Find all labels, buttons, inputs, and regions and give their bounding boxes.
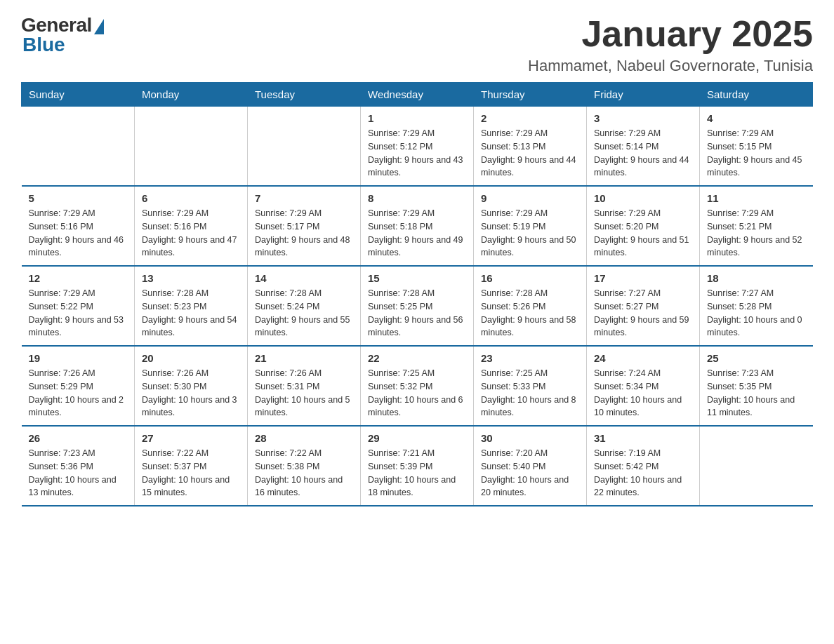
day-number: 24 [594,352,692,364]
day-number: 30 [481,432,579,444]
day-info: Sunrise: 7:29 AM Sunset: 5:18 PM Dayligh… [368,207,466,260]
calendar-cell: 20Sunrise: 7:26 AM Sunset: 5:30 PM Dayli… [135,346,248,426]
day-number: 26 [29,432,128,444]
day-info: Sunrise: 7:28 AM Sunset: 5:24 PM Dayligh… [255,287,353,340]
calendar-cell: 15Sunrise: 7:28 AM Sunset: 5:25 PM Dayli… [361,266,474,346]
calendar-header-thursday: Thursday [474,83,587,107]
day-number: 5 [29,192,128,204]
calendar-header-wednesday: Wednesday [361,83,474,107]
day-number: 8 [368,192,466,204]
logo-blue-text: Blue [21,34,65,56]
day-number: 11 [707,192,806,204]
day-number: 23 [481,352,579,364]
day-info: Sunrise: 7:26 AM Sunset: 5:30 PM Dayligh… [142,367,240,420]
day-number: 22 [368,352,466,364]
day-info: Sunrise: 7:22 AM Sunset: 5:38 PM Dayligh… [255,447,353,499]
day-info: Sunrise: 7:27 AM Sunset: 5:28 PM Dayligh… [707,287,806,340]
calendar-cell [135,107,248,187]
day-info: Sunrise: 7:22 AM Sunset: 5:37 PM Dayligh… [142,447,240,499]
day-number: 4 [707,112,806,124]
calendar-cell: 25Sunrise: 7:23 AM Sunset: 5:35 PM Dayli… [700,346,813,426]
day-number: 1 [368,112,466,124]
day-info: Sunrise: 7:25 AM Sunset: 5:32 PM Dayligh… [368,367,466,420]
calendar-cell: 4Sunrise: 7:29 AM Sunset: 5:15 PM Daylig… [700,107,813,187]
day-info: Sunrise: 7:29 AM Sunset: 5:13 PM Dayligh… [481,127,579,180]
calendar-cell: 29Sunrise: 7:21 AM Sunset: 5:39 PM Dayli… [361,426,474,506]
location-title: Hammamet, Nabeul Governorate, Tunisia [528,57,813,75]
day-number: 17 [594,272,692,284]
calendar-header-friday: Friday [587,83,700,107]
calendar-table: SundayMondayTuesdayWednesdayThursdayFrid… [21,82,813,507]
day-info: Sunrise: 7:28 AM Sunset: 5:26 PM Dayligh… [481,287,579,340]
day-number: 9 [481,192,579,204]
logo-triangle-icon [94,19,104,34]
calendar-cell [22,107,135,187]
calendar-week-row: 5Sunrise: 7:29 AM Sunset: 5:16 PM Daylig… [22,186,813,266]
day-number: 18 [707,272,806,284]
day-info: Sunrise: 7:29 AM Sunset: 5:19 PM Dayligh… [481,207,579,260]
calendar-cell: 11Sunrise: 7:29 AM Sunset: 5:21 PM Dayli… [700,186,813,266]
day-info: Sunrise: 7:26 AM Sunset: 5:31 PM Dayligh… [255,367,353,420]
day-info: Sunrise: 7:29 AM Sunset: 5:22 PM Dayligh… [29,287,128,340]
day-number: 19 [29,352,128,364]
day-number: 3 [594,112,692,124]
calendar-cell: 6Sunrise: 7:29 AM Sunset: 5:16 PM Daylig… [135,186,248,266]
calendar-cell: 16Sunrise: 7:28 AM Sunset: 5:26 PM Dayli… [474,266,587,346]
day-number: 27 [142,432,240,444]
calendar-cell: 3Sunrise: 7:29 AM Sunset: 5:14 PM Daylig… [587,107,700,187]
logo: General Blue [21,14,104,56]
day-info: Sunrise: 7:29 AM Sunset: 5:20 PM Dayligh… [594,207,692,260]
day-info: Sunrise: 7:29 AM Sunset: 5:14 PM Dayligh… [594,127,692,180]
calendar-cell [248,107,361,187]
calendar-cell: 14Sunrise: 7:28 AM Sunset: 5:24 PM Dayli… [248,266,361,346]
calendar-header-saturday: Saturday [700,83,813,107]
day-info: Sunrise: 7:23 AM Sunset: 5:35 PM Dayligh… [707,367,806,420]
day-number: 15 [368,272,466,284]
day-info: Sunrise: 7:29 AM Sunset: 5:16 PM Dayligh… [142,207,240,260]
day-info: Sunrise: 7:21 AM Sunset: 5:39 PM Dayligh… [368,447,466,499]
day-number: 25 [707,352,806,364]
calendar-cell: 5Sunrise: 7:29 AM Sunset: 5:16 PM Daylig… [22,186,135,266]
calendar-cell: 22Sunrise: 7:25 AM Sunset: 5:32 PM Dayli… [361,346,474,426]
calendar-week-row: 19Sunrise: 7:26 AM Sunset: 5:29 PM Dayli… [22,346,813,426]
day-info: Sunrise: 7:25 AM Sunset: 5:33 PM Dayligh… [481,367,579,420]
day-info: Sunrise: 7:23 AM Sunset: 5:36 PM Dayligh… [29,447,128,499]
calendar-header-monday: Monday [135,83,248,107]
calendar-cell: 26Sunrise: 7:23 AM Sunset: 5:36 PM Dayli… [22,426,135,506]
calendar-cell: 1Sunrise: 7:29 AM Sunset: 5:12 PM Daylig… [361,107,474,187]
calendar-cell: 10Sunrise: 7:29 AM Sunset: 5:20 PM Dayli… [587,186,700,266]
calendar-cell: 17Sunrise: 7:27 AM Sunset: 5:27 PM Dayli… [587,266,700,346]
day-info: Sunrise: 7:28 AM Sunset: 5:25 PM Dayligh… [368,287,466,340]
day-info: Sunrise: 7:29 AM Sunset: 5:21 PM Dayligh… [707,207,806,260]
day-info: Sunrise: 7:29 AM Sunset: 5:16 PM Dayligh… [29,207,128,260]
calendar-cell: 21Sunrise: 7:26 AM Sunset: 5:31 PM Dayli… [248,346,361,426]
calendar-cell: 23Sunrise: 7:25 AM Sunset: 5:33 PM Dayli… [474,346,587,426]
calendar-cell: 13Sunrise: 7:28 AM Sunset: 5:23 PM Dayli… [135,266,248,346]
day-info: Sunrise: 7:27 AM Sunset: 5:27 PM Dayligh… [594,287,692,340]
calendar-cell: 2Sunrise: 7:29 AM Sunset: 5:13 PM Daylig… [474,107,587,187]
calendar-cell: 28Sunrise: 7:22 AM Sunset: 5:38 PM Dayli… [248,426,361,506]
day-number: 21 [255,352,353,364]
calendar-cell: 24Sunrise: 7:24 AM Sunset: 5:34 PM Dayli… [587,346,700,426]
day-info: Sunrise: 7:20 AM Sunset: 5:40 PM Dayligh… [481,447,579,499]
calendar-cell: 19Sunrise: 7:26 AM Sunset: 5:29 PM Dayli… [22,346,135,426]
day-info: Sunrise: 7:24 AM Sunset: 5:34 PM Dayligh… [594,367,692,420]
day-info: Sunrise: 7:26 AM Sunset: 5:29 PM Dayligh… [29,367,128,420]
calendar-cell: 18Sunrise: 7:27 AM Sunset: 5:28 PM Dayli… [700,266,813,346]
calendar-week-row: 1Sunrise: 7:29 AM Sunset: 5:12 PM Daylig… [22,107,813,187]
calendar-cell [700,426,813,506]
month-title: January 2025 [528,14,813,54]
day-number: 14 [255,272,353,284]
calendar-header-tuesday: Tuesday [248,83,361,107]
day-info: Sunrise: 7:28 AM Sunset: 5:23 PM Dayligh… [142,287,240,340]
day-number: 7 [255,192,353,204]
calendar-cell: 9Sunrise: 7:29 AM Sunset: 5:19 PM Daylig… [474,186,587,266]
calendar-header-row: SundayMondayTuesdayWednesdayThursdayFrid… [22,83,813,107]
calendar-cell: 31Sunrise: 7:19 AM Sunset: 5:42 PM Dayli… [587,426,700,506]
day-info: Sunrise: 7:29 AM Sunset: 5:12 PM Dayligh… [368,127,466,180]
day-number: 16 [481,272,579,284]
day-number: 31 [594,432,692,444]
day-number: 12 [29,272,128,284]
calendar-header-sunday: Sunday [22,83,135,107]
day-number: 6 [142,192,240,204]
